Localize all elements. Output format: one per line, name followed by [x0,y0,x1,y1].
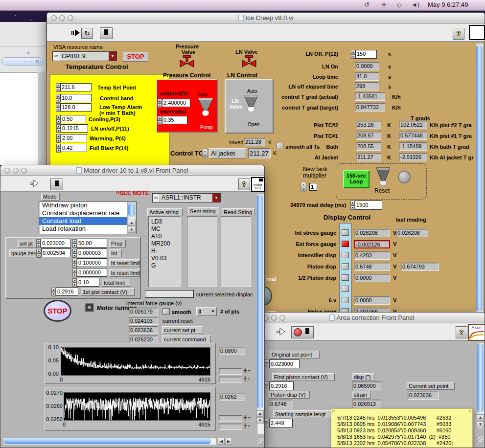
spinner[interactable]: ▲▼ [51,288,56,296]
active-string-list[interactable]: LD3 MC A10 MR200 H- V0.03 G [148,216,181,287]
read-string-list[interactable] [221,216,251,287]
num-pts-dropdown[interactable]: 3▼ [196,307,217,316]
spinner[interactable]: ▲▼ [36,239,41,248]
lo-reset-field[interactable]: 0.000000 [77,268,107,277]
volume-icon[interactable]: ◄) [411,1,419,8]
ice-vscroll-thumb[interactable] [476,45,483,312]
half-piston-toggle[interactable] [342,274,349,281]
ln-onoff-field[interactable]: 0.1215 [61,124,88,133]
ice-titlebar[interactable]: Ice Creep v9.0.vi [47,13,485,23]
set-pt-field[interactable]: 0.023000 [41,239,71,247]
scale-lock-icon[interactable]: ╫ ⌐ [244,415,251,420]
pause-icon[interactable] [304,328,310,335]
mode-item[interactable]: Load relaxation [39,225,136,233]
spinner[interactable]: ▲▼ [72,259,77,268]
cooling-field[interactable]: 0.50 [61,115,86,123]
scroll-up-icon[interactable]: ▲ [477,414,484,421]
pressure-valve-selector[interactable] [197,98,214,117]
spinner[interactable]: ▲▼ [56,83,60,91]
motor-titlebar[interactable]: Motor driver 10 to 1 v8.vi Front Panel [0,165,264,176]
spinner[interactable]: ▲▼ [72,278,77,287]
sent-string-list[interactable] [187,216,217,287]
area-titlebar[interactable]: Area correction Front Panel [259,313,485,323]
chevron-down-icon[interactable]: ⌄ [25,47,31,55]
scroll-down-icon[interactable]: ▼ [128,226,136,233]
vi-icon[interactable]: motor 10:1 [251,177,265,192]
scale-lock-icon[interactable]: ╫ ⌐ [244,368,251,373]
spotlight-icon[interactable]: ◇ [397,1,402,8]
spinner[interactable]: ▲▼ [56,134,61,142]
help-icon[interactable]: ? [456,326,467,338]
full-blast-field[interactable]: 0.42 [61,144,87,152]
spinner[interactable]: ▲▼ [72,249,77,258]
help-icon[interactable]: ? [238,179,250,190]
motor-stop-button[interactable]: STOP [44,300,71,322]
spinner[interactable]: ▲▼ [72,239,77,248]
motor-hscroll-thumb[interactable] [3,438,211,444]
area-vscroll-thumb[interactable] [477,343,484,413]
scroll-down-icon[interactable]: ▼ [477,421,484,427]
reset-led[interactable] [398,171,411,183]
int-field[interactable]: 0.000003 [77,248,107,257]
interval-field[interactable]: 0.35 [162,116,187,124]
string-item[interactable]: A10 [149,233,180,240]
mode-list[interactable]: Withdraw piston Constant displacement ra… [39,201,137,234]
abort-icon[interactable] [294,328,302,336]
warming-field[interactable]: 2.00 [61,134,87,142]
help-icon[interactable]: ? [453,28,464,40]
spinner[interactable]: ▲▼ [350,201,355,210]
scroll-right-icon[interactable]: ▶ [225,438,232,445]
control-tc-selector[interactable]: Al jacket [209,148,246,158]
spinner[interactable]: ▲▼ [56,144,61,152]
new-tank-spinner[interactable]: ▲▼ [300,181,306,192]
setpoint-field[interactable]: 2.400000 [162,99,190,107]
string-item[interactable]: LD3 [149,218,180,225]
stop-button[interactable]: STOP [123,52,148,62]
spinner[interactable]: ▲▼ [158,116,162,124]
vi-icon[interactable]: A corr [468,324,485,341]
ext-force-toggle[interactable] [342,241,349,247]
temp-set-point-field[interactable]: 211.6 [60,83,92,91]
smooth-toggle[interactable] [162,308,170,314]
chart2-scale-field[interactable] [219,415,242,422]
int-stress-toggle[interactable] [342,229,349,236]
string-item[interactable]: G [149,262,180,269]
original-set-point-field[interactable]: 0.023000 [269,359,300,368]
string-item[interactable]: H- [149,247,180,255]
scroll-up-icon[interactable]: ▲ [256,410,264,417]
scale-lock-icon[interactable]: ╫ ⌐ [244,376,251,381]
resize-grip[interactable] [257,437,264,445]
mode-item-selected[interactable]: Constant load [39,217,136,225]
first-pist-contact-field[interactable]: 0.2916 [56,287,78,296]
spinner[interactable]: ▲▼ [56,94,60,102]
piston-disp-toggle[interactable] [342,263,349,269]
spinner[interactable]: ▲▼ [158,99,162,107]
vi-icon-box[interactable] [469,25,485,40]
spinner[interactable]: ▲▼ [56,115,61,123]
control-tc-spinner[interactable]: ▲▼ [202,148,208,158]
chevron-down-icon[interactable]: ▼ [212,194,220,202]
pause-icon[interactable] [100,27,113,39]
log-note[interactable]: 5/7/13 2245 hrs 0.013553"/0.005496 #2532… [331,408,473,448]
hi-reset-field[interactable]: 0.100000 [77,258,107,267]
total-limit-field[interactable]: 0.10 [77,278,99,287]
motor-vscroll-thumb[interactable] [257,195,263,409]
mode-scroll-thumb[interactable] [128,202,135,217]
string-item[interactable]: V0.03 [149,255,180,262]
string-item[interactable]: MR200 [149,240,180,247]
first-piston-contact-field[interactable]: 0.2916 [269,381,294,390]
new-tank-field[interactable]: 1 [309,183,317,191]
run-icon[interactable] [277,328,285,335]
run-icon[interactable] [71,29,80,36]
starting-sample-length-field[interactable]: 2.449 [269,419,293,427]
spinner[interactable]: ▲▼ [56,103,60,112]
control-band-field[interactable]: 10.0 [60,94,92,102]
spinner[interactable]: ▲▼ [56,124,61,133]
visa-resource-combo[interactable]: I/O GPIB0::9: ▼ [52,51,117,61]
run-icon[interactable] [30,180,39,187]
motor-running-led[interactable]: ✳ [85,303,94,312]
low-temp-alarm-field[interactable]: 128.0 [60,103,92,112]
gauge-zero-field[interactable]: 0.002594 [41,248,71,257]
mode-item[interactable]: Constant displacement rate [39,209,136,217]
unused-toggle[interactable] [342,286,349,292]
